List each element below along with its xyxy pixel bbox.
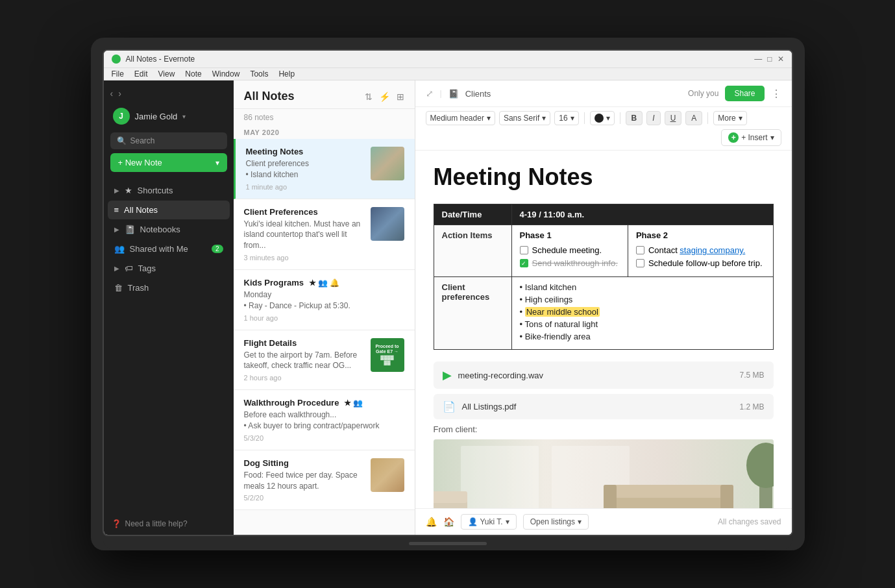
expand-icon[interactable]: ⤢ xyxy=(426,88,434,99)
sidebar-item-shortcuts[interactable]: ▶ ★ Shortcuts xyxy=(108,181,230,200)
user-tag-button[interactable]: 👤 Yuki T. ▾ xyxy=(461,514,517,530)
italic-button[interactable]: I xyxy=(646,111,660,125)
note-badges: ★ 👥 xyxy=(344,398,363,408)
attachment-pdf[interactable]: 📄 All Listings.pdf 1.2 MB xyxy=(434,394,774,419)
sidebar-item-trash[interactable]: 🗑 Trash xyxy=(108,278,230,297)
forward-arrow[interactable]: › xyxy=(118,88,121,99)
checkbox-followup[interactable] xyxy=(636,259,644,267)
color-picker[interactable]: ▾ xyxy=(590,111,615,125)
more-options-icon[interactable]: ⋮ xyxy=(771,88,781,100)
svg-rect-7 xyxy=(720,485,733,508)
notes-list: All Notes ⇅ ⚡ ⊞ 86 notes MAY 2020 Meetin… xyxy=(234,80,415,535)
note-title: Dog Sitting xyxy=(244,458,364,468)
search-bar[interactable]: 🔍 Search xyxy=(110,132,227,149)
note-content: Flight Details Get to the airport by 7am… xyxy=(244,338,364,382)
note-item-flight-details[interactable]: Flight Details Get to the airport by 7am… xyxy=(234,330,415,391)
notebook-name[interactable]: Clients xyxy=(465,89,491,99)
font-select[interactable]: Sans Serif ▾ xyxy=(499,111,550,125)
staging-company-link[interactable]: staging company. xyxy=(680,245,745,255)
underline-button[interactable]: U xyxy=(665,111,682,125)
bold-button[interactable]: B xyxy=(626,111,643,125)
attachment-wav[interactable]: ▶ meeting-recording.wav 7.5 MB xyxy=(434,361,774,389)
maximize-button[interactable]: □ xyxy=(767,55,772,64)
menu-note[interactable]: Note xyxy=(185,69,201,79)
size-select[interactable]: 16 ▾ xyxy=(554,111,578,125)
size-label: 16 xyxy=(559,114,567,123)
phase2-cell: Phase 2 Contact staging company. Schedul… xyxy=(628,225,773,277)
notes-header: All Notes ⇅ ⚡ ⊞ xyxy=(234,80,415,109)
shared-badge: 2 xyxy=(212,245,223,253)
sidebar-item-tags[interactable]: ▶ 🏷 Tags xyxy=(108,259,230,278)
help-button[interactable]: ❓ Need a little help? xyxy=(104,513,234,535)
search-icon: 🔍 xyxy=(117,136,127,145)
text-highlight-button[interactable]: A xyxy=(685,111,702,125)
editor-area: ⤢ | 📓 Clients Only you Share ⋮ Medium he… xyxy=(415,80,792,535)
checkbox-walkthrough[interactable]: ✓ xyxy=(520,259,528,267)
note-title: Client Preferences xyxy=(244,207,364,217)
table-row-client-prefs: Client preferences • Island kitchen • Hi… xyxy=(434,277,773,350)
checkbox-contact[interactable] xyxy=(636,246,644,254)
menu-view[interactable]: View xyxy=(158,69,175,79)
sidebar-item-label: Notebooks xyxy=(140,225,180,234)
share-button[interactable]: Share xyxy=(725,86,764,101)
note-item-dog-sitting[interactable]: Dog Sitting Food: Feed twice per day. Sp… xyxy=(234,450,415,511)
arrow-icon: ▶ xyxy=(114,226,119,233)
user-profile[interactable]: J Jamie Gold ▾ xyxy=(110,104,227,129)
insert-button[interactable]: + + Insert ▾ xyxy=(721,129,781,146)
sidebar-item-all-notes[interactable]: ≡ All Notes xyxy=(108,201,230,219)
pref-natural-light: • Tons of natural light xyxy=(520,319,765,329)
note-item-meeting-notes[interactable]: Meeting Notes Client preferences• Island… xyxy=(234,139,415,199)
action-item-contact: Contact staging company. xyxy=(636,245,765,255)
svg-rect-5 xyxy=(604,485,733,498)
note-preview: Client preferences• Island kitchen xyxy=(246,158,364,180)
action-label: Schedule meeting. xyxy=(532,245,602,255)
note-item-kids-programs[interactable]: Kids Programs ★ 👥 🔔 Monday• Ray - Dance … xyxy=(234,270,415,330)
note-title: Walkthrough Procedure ★ 👥 xyxy=(244,398,404,408)
chevron-down-icon: ▾ xyxy=(506,517,509,526)
app-icon xyxy=(112,55,121,64)
trackpad-notch xyxy=(409,542,487,545)
menu-window[interactable]: Window xyxy=(212,69,240,79)
room-illustration xyxy=(434,439,774,508)
notes-count: 86 notes xyxy=(234,109,415,126)
reminder-icon[interactable]: 🔔 xyxy=(426,517,437,527)
open-listings-button[interactable]: Open listings ▾ xyxy=(523,514,589,530)
formatting-toolbar: Medium header ▾ Sans Serif ▾ 16 ▾ ▾ xyxy=(415,107,792,151)
menu-tools[interactable]: Tools xyxy=(250,69,268,79)
sidebar-item-shared[interactable]: 👥 Shared with Me 2 xyxy=(108,239,230,258)
filter-icon[interactable]: ⚡ xyxy=(379,92,390,102)
sidebar-item-notebooks[interactable]: ▶ 📓 Notebooks xyxy=(108,220,230,239)
minimize-button[interactable]: — xyxy=(754,55,762,64)
chevron-down-icon: ▾ xyxy=(739,114,742,123)
location-icon[interactable]: 🏠 xyxy=(443,517,454,527)
note-preview: Monday• Ray - Dance - Pickup at 5:30. xyxy=(244,289,404,312)
window-controls[interactable]: — □ ✕ xyxy=(754,55,783,64)
note-item-walkthrough[interactable]: Walkthrough Procedure ★ 👥 Before each wa… xyxy=(234,390,415,450)
note-preview: Food: Feed twice per day. Space meals 12… xyxy=(244,470,364,492)
new-note-button[interactable]: + New Note ▾ xyxy=(110,153,227,172)
separator xyxy=(707,112,708,124)
more-options[interactable]: More ▾ xyxy=(713,111,746,125)
topbar-right: Only you Share ⋮ xyxy=(688,86,781,101)
note-content: Meeting Notes Client preferences• Island… xyxy=(246,147,364,191)
help-icon: ❓ xyxy=(112,519,121,528)
close-button[interactable]: ✕ xyxy=(778,55,784,64)
document-title[interactable]: Meeting Notes xyxy=(434,164,774,191)
heading-select[interactable]: Medium header ▾ xyxy=(426,111,495,125)
menu-file[interactable]: File xyxy=(112,69,124,79)
note-item-client-preferences[interactable]: Client Preferences Yuki's ideal kitchen.… xyxy=(234,199,415,270)
menu-help[interactable]: Help xyxy=(278,69,295,79)
action-label: Send walkthrough info. xyxy=(532,258,618,268)
sidebar-item-label: Tags xyxy=(138,263,156,273)
menu-edit[interactable]: Edit xyxy=(134,69,148,79)
checkbox-schedule[interactable] xyxy=(520,246,528,254)
note-title: Meeting Notes xyxy=(246,147,364,156)
menu-bar: File Edit View Note Window Tools Help xyxy=(104,68,792,80)
action-label: Contact staging company. xyxy=(648,245,745,255)
note-content: Walkthrough Procedure ★ 👥 Before each wa… xyxy=(244,398,404,442)
sort-icon[interactable]: ⇅ xyxy=(365,92,373,102)
open-listings-label: Open listings xyxy=(530,517,575,526)
layout-icon[interactable]: ⊞ xyxy=(397,92,404,102)
sidebar-item-label: Shortcuts xyxy=(138,186,173,195)
back-arrow[interactable]: ‹ xyxy=(110,88,114,99)
